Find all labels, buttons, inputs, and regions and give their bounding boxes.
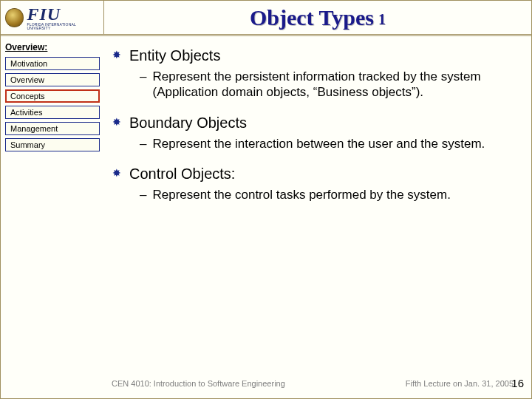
logo-text: FIU FLORIDA INTERNATIONAL UNIVERSITY xyxy=(27,5,99,30)
title-area: Object Types 1 xyxy=(104,1,531,34)
page-number: 16 xyxy=(511,377,524,389)
footer-course: CEN 4010: Introduction to Software Engin… xyxy=(112,379,285,388)
bullet-text: Control Objects: xyxy=(129,165,235,183)
dash-icon: – xyxy=(140,136,146,151)
header-bar: FIU FLORIDA INTERNATIONAL UNIVERSITY Obj… xyxy=(1,1,531,36)
sidebar-item-concepts[interactable]: Concepts xyxy=(5,89,100,103)
sidebar-heading: Overview: xyxy=(5,42,100,52)
logo-acronym: FIU xyxy=(27,5,99,23)
dash-icon: – xyxy=(140,69,146,100)
dash-icon: – xyxy=(140,187,146,202)
page-title: Object Types xyxy=(250,5,374,30)
logo-fullname: FLORIDA INTERNATIONAL UNIVERSITY xyxy=(27,23,99,30)
sub-bullet-text: Represent the persistent information tra… xyxy=(152,69,514,100)
bullet-text: Boundary Objects xyxy=(129,114,247,132)
bullet-star-icon: ✸ xyxy=(112,47,122,63)
sidebar-item-overview[interactable]: Overview xyxy=(5,73,100,86)
sub-bullet: –Represent the control tasks performed b… xyxy=(140,187,514,202)
sub-bullet: –Represent the persistent information tr… xyxy=(140,69,514,100)
bullet: ✸Control Objects: xyxy=(112,165,514,183)
footer-lecture: Fifth Lecture on Jan. 31, 2005 xyxy=(406,379,514,388)
footer: CEN 4010: Introduction to Software Engin… xyxy=(112,379,514,388)
page-title-index: 1 xyxy=(378,11,386,28)
bullet-text: Entity Objects xyxy=(129,47,220,64)
sidebar-item-summary[interactable]: Summary xyxy=(5,138,100,151)
bullet: ✸Boundary Objects xyxy=(112,114,514,132)
sidebar-item-motivation[interactable]: Motivation xyxy=(5,57,100,70)
sub-bullet-text: Represent the interaction between the us… xyxy=(152,136,485,151)
sub-bullet-text: Represent the control tasks performed by… xyxy=(152,187,450,202)
sub-bullet: –Represent the interaction between the u… xyxy=(140,136,514,151)
body: Overview: MotivationOverviewConceptsActi… xyxy=(1,36,531,398)
university-seal-icon xyxy=(5,8,24,27)
logo: FIU FLORIDA INTERNATIONAL UNIVERSITY xyxy=(1,1,104,35)
sidebar: Overview: MotivationOverviewConceptsActi… xyxy=(1,36,104,398)
sidebar-item-management[interactable]: Management xyxy=(5,122,100,135)
bullet-star-icon: ✸ xyxy=(112,114,122,130)
sidebar-item-activities[interactable]: Activities xyxy=(5,106,100,119)
bullet: ✸Entity Objects xyxy=(112,47,514,64)
content: ✸Entity Objects–Represent the persistent… xyxy=(104,36,531,398)
bullet-star-icon: ✸ xyxy=(112,165,122,181)
